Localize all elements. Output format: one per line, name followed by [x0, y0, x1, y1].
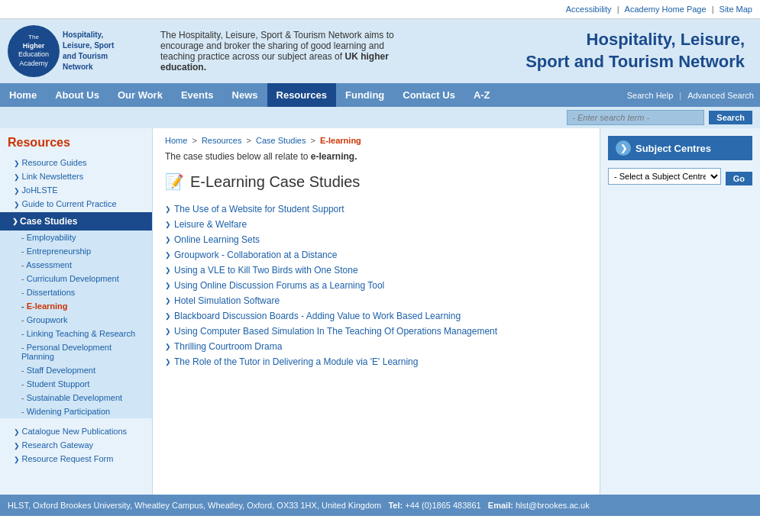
- sidebar-catalogue-publications[interactable]: Catalogue New Publications: [0, 424, 152, 438]
- breadcrumb-resources[interactable]: Resources: [202, 136, 242, 145]
- sidebar-sub-items: Employability Entrepreneurship Assessmen…: [0, 231, 152, 418]
- footer-email: hlst@brookes.ac.uk: [516, 501, 590, 510]
- case-study-link-5[interactable]: Using a VLE to Kill Two Birds with One S…: [174, 265, 358, 276]
- search-button[interactable]: Search: [709, 111, 752, 124]
- separator-1: |: [617, 5, 622, 14]
- breadcrumb-home[interactable]: Home: [165, 136, 187, 145]
- logo-education: Education: [18, 50, 49, 60]
- sidebar-widening-participation[interactable]: Widening Participation: [0, 405, 152, 418]
- subject-centre-select[interactable]: - Select a Subject Centre -: [608, 168, 721, 185]
- case-study-link-3[interactable]: Online Learning Sets: [174, 234, 260, 245]
- logo-the: The: [28, 34, 39, 41]
- nav-search-links: Search Help | Advanced Search: [621, 88, 760, 103]
- footer-address: HLST, Oxford Brookes University, Wheatle…: [8, 501, 381, 510]
- go-button[interactable]: Go: [726, 172, 752, 185]
- main-content: Home > Resources > Case Studies > E-lear…: [153, 128, 600, 495]
- academy-home-link[interactable]: Academy Home Page: [625, 5, 707, 14]
- sidebar-resource-guides[interactable]: Resource Guides: [0, 156, 152, 169]
- nav-news[interactable]: News: [223, 83, 267, 107]
- list-item: Using Computer Based Simulation In The T…: [165, 324, 587, 339]
- case-study-link-6[interactable]: Using Online Discussion Forums as a Lear…: [174, 280, 384, 291]
- list-item: Groupwork - Collaboration at a Distance: [165, 247, 587, 263]
- header: The Higher Education Academy Hospitality…: [0, 19, 760, 83]
- footer-email-label: Email:: [488, 501, 513, 510]
- sidebar-staff-development[interactable]: Staff Development: [0, 363, 152, 377]
- sidebar-groupwork[interactable]: Groupwork: [0, 313, 152, 327]
- case-study-link-9[interactable]: Using Computer Based Simulation In The T…: [174, 326, 497, 337]
- list-item: Online Learning Sets: [165, 232, 587, 247]
- page-heading: 📝 E-Learning Case Studies: [165, 172, 587, 191]
- sidebar-bottom-links: Catalogue New Publications Research Gate…: [0, 423, 152, 467]
- sidebar-guide-current-practice[interactable]: Guide to Current Practice: [0, 197, 152, 211]
- search-help-link[interactable]: Search Help: [627, 91, 674, 100]
- site-map-link[interactable]: Site Map: [720, 5, 752, 14]
- nav-about-us[interactable]: About Us: [46, 83, 108, 107]
- logo-area: The Higher Education Academy Hospitality…: [8, 25, 145, 77]
- logo-academy: Academy: [19, 60, 48, 69]
- nav-contact-us[interactable]: Contact Us: [393, 83, 464, 107]
- list-item: Using a VLE to Kill Two Birds with One S…: [165, 263, 587, 278]
- search-bar-row: Search: [0, 107, 760, 128]
- sidebar-dissertations[interactable]: Dissertations: [0, 285, 152, 299]
- list-item: The Role of the Tutor in Delivering a Mo…: [165, 354, 587, 369]
- subject-centres-header: ❯ Subject Centres: [608, 136, 752, 160]
- logo-circle: The Higher Education Academy: [8, 25, 60, 77]
- case-study-link-8[interactable]: Blackboard Discussion Boards - Adding Va…: [174, 311, 461, 321]
- case-study-link-2[interactable]: Leisure & Welfare: [174, 219, 247, 230]
- footer-tel-label: Tel:: [388, 501, 403, 510]
- sidebar-curriculum-development[interactable]: Curriculum Development: [0, 272, 152, 285]
- list-item: Leisure & Welfare: [165, 217, 587, 232]
- top-utility-bar: Accessibility | Academy Home Page | Site…: [0, 0, 760, 19]
- intro-bold: e-learning.: [311, 151, 357, 162]
- list-item: Using Online Discussion Forums as a Lear…: [165, 278, 587, 293]
- nav-funding[interactable]: Funding: [336, 83, 393, 107]
- main-layout: Resources Resource Guides Link Newslette…: [0, 128, 760, 495]
- nav-our-work[interactable]: Our Work: [108, 83, 172, 107]
- advanced-search-link[interactable]: Advanced Search: [687, 91, 754, 100]
- list-item: Blackboard Discussion Boards - Adding Va…: [165, 308, 587, 324]
- header-site-title: Hospitality, Leisure, Sport and Tourism …: [435, 29, 752, 73]
- sidebar-personal-development[interactable]: Personal Development Planning: [0, 340, 152, 363]
- network-name: Hospitality,Leisure, Sportand TourismNet…: [63, 30, 114, 73]
- sidebar-active-label: Case Studies: [20, 216, 77, 227]
- sidebar-assessment[interactable]: Assessment: [0, 258, 152, 272]
- case-study-link-4[interactable]: Groupwork - Collaboration at a Distance: [174, 250, 337, 260]
- case-study-link-10[interactable]: Thrilling Courtroom Drama: [174, 341, 282, 352]
- sidebar-employability[interactable]: Employability: [0, 231, 152, 244]
- case-study-link-7[interactable]: Hotel Simulation Software: [174, 295, 280, 306]
- nav-az[interactable]: A-Z: [464, 83, 500, 107]
- sidebar-johlste[interactable]: JoHLSTE: [0, 183, 152, 197]
- breadcrumb-case-studies[interactable]: Case Studies: [256, 136, 306, 145]
- site-title-line1: Hospitality, Leisure,: [587, 30, 745, 49]
- search-input[interactable]: [567, 110, 704, 125]
- sidebar-sustainable-development[interactable]: Sustainable Development: [0, 391, 152, 405]
- nav-resources[interactable]: Resources: [267, 83, 336, 107]
- subject-select-row: - Select a Subject Centre - Go: [608, 168, 752, 189]
- sidebar: Resources Resource Guides Link Newslette…: [0, 128, 153, 495]
- case-study-link-11[interactable]: The Role of the Tutor in Delivering a Mo…: [174, 356, 418, 367]
- nav-home[interactable]: Home: [0, 83, 46, 107]
- sidebar-link-newsletters[interactable]: Link Newsletters: [0, 169, 152, 183]
- navigation-bar: Home About Us Our Work Events News Resou…: [0, 83, 760, 107]
- sidebar-title: Resources: [0, 128, 152, 154]
- sidebar-linking-teaching-research[interactable]: Linking Teaching & Research: [0, 327, 152, 340]
- nav-items: Home About Us Our Work Events News Resou…: [0, 83, 500, 107]
- sidebar-entrepreneurship[interactable]: Entrepreneurship: [0, 244, 152, 258]
- sidebar-research-gateway[interactable]: Research Gateway: [0, 438, 152, 452]
- sidebar-case-studies-section[interactable]: Case Studies: [0, 212, 152, 231]
- nav-events[interactable]: Events: [172, 83, 223, 107]
- accessibility-link[interactable]: Accessibility: [566, 5, 612, 14]
- footer: HLST, Oxford Brookes University, Wheatle…: [0, 495, 760, 516]
- sidebar-resource-request[interactable]: Resource Request Form: [0, 452, 152, 466]
- sidebar-student-support[interactable]: Student Stupport: [0, 377, 152, 391]
- subject-centres-icon: ❯: [616, 140, 631, 156]
- list-item: Hotel Simulation Software: [165, 293, 587, 308]
- list-item: The Use of a Website for Student Support: [165, 202, 587, 217]
- sidebar-elearning[interactable]: E-learning: [0, 299, 152, 313]
- page-title: E-Learning Case Studies: [190, 173, 360, 191]
- header-desc-text: The Hospitality, Leisure, Sport & Touris…: [160, 30, 394, 73]
- case-study-list: The Use of a Website for Student Support…: [165, 202, 587, 369]
- case-study-link-1[interactable]: The Use of a Website for Student Support: [174, 204, 344, 214]
- separator-2: |: [712, 5, 716, 14]
- sidebar-top-links: Resource Guides Link Newsletters JoHLSTE…: [0, 154, 152, 212]
